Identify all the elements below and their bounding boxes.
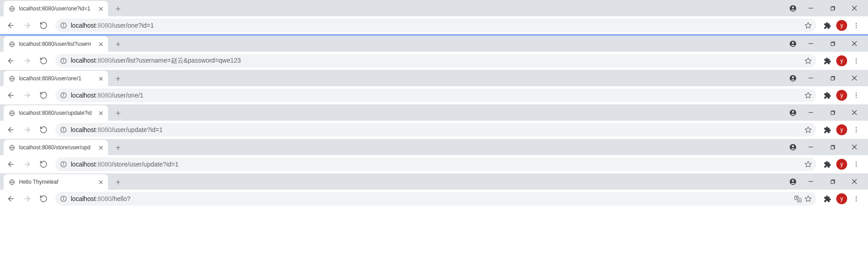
close-window-button[interactable] <box>844 140 864 154</box>
menu-button[interactable] <box>850 19 863 32</box>
maximize-button[interactable] <box>823 37 843 50</box>
forward-button[interactable] <box>20 123 34 137</box>
forward-button[interactable] <box>20 18 34 33</box>
menu-button[interactable] <box>850 123 863 136</box>
menu-button[interactable] <box>850 192 863 205</box>
close-tab-button[interactable] <box>97 178 104 186</box>
back-button[interactable] <box>4 123 18 137</box>
menu-button[interactable] <box>850 158 863 171</box>
browser-tab[interactable]: localhost:8080/user/list?usern <box>4 36 108 52</box>
new-tab-button[interactable] <box>112 107 124 119</box>
reload-button[interactable] <box>36 123 51 137</box>
reload-button[interactable] <box>36 54 51 68</box>
close-window-button[interactable] <box>844 71 864 85</box>
address-bar[interactable]: localhost:8080/user/one?id=1 <box>55 19 816 32</box>
browser-tab[interactable]: localhost:8080/store/user/upd <box>4 140 108 155</box>
close-window-button[interactable] <box>844 37 864 50</box>
profile-avatar[interactable]: y <box>836 124 847 135</box>
reload-button[interactable] <box>36 88 51 103</box>
new-tab-button[interactable] <box>112 72 124 85</box>
menu-button[interactable] <box>850 89 863 102</box>
reload-button[interactable] <box>36 191 51 206</box>
forward-button[interactable] <box>20 88 34 103</box>
bookmark-star-icon[interactable] <box>805 57 812 64</box>
extensions-icon[interactable] <box>821 123 834 136</box>
profile-avatar[interactable]: y <box>836 55 847 66</box>
extensions-icon[interactable] <box>821 158 834 171</box>
site-info-icon[interactable] <box>60 195 67 202</box>
bookmark-star-icon[interactable] <box>805 161 812 168</box>
address-bar[interactable]: localhost:8080/user/list?username=赵云&pas… <box>55 54 816 68</box>
bookmark-star-icon[interactable] <box>805 195 812 202</box>
close-tab-button[interactable] <box>97 75 104 82</box>
account-icon[interactable] <box>786 37 799 50</box>
back-button[interactable] <box>4 191 18 206</box>
bookmark-star-icon[interactable] <box>805 92 812 99</box>
account-icon[interactable] <box>786 1 799 15</box>
address-bar[interactable]: localhost:8080/store/user/update?id=1 <box>55 157 816 171</box>
bookmark-star-icon[interactable] <box>805 126 812 133</box>
site-info-icon[interactable] <box>60 126 67 133</box>
menu-button[interactable] <box>850 54 863 67</box>
window-controls <box>786 35 868 52</box>
browser-tab[interactable]: localhost:8080/user/update?id <box>4 105 108 121</box>
browser-tab[interactable]: localhost:8080/user/one/1 <box>4 71 108 86</box>
new-tab-button[interactable] <box>112 141 124 154</box>
extensions-icon[interactable] <box>821 54 834 67</box>
maximize-button[interactable] <box>823 71 843 85</box>
forward-button[interactable] <box>20 191 34 206</box>
extensions-icon[interactable] <box>821 19 834 32</box>
minimize-button[interactable] <box>801 106 821 119</box>
new-tab-button[interactable] <box>112 38 124 50</box>
new-tab-button[interactable] <box>112 2 124 15</box>
close-window-button[interactable] <box>844 106 864 119</box>
profile-avatar[interactable]: y <box>836 193 847 204</box>
minimize-button[interactable] <box>801 140 821 154</box>
globe-icon <box>8 75 15 82</box>
reload-button[interactable] <box>36 18 51 33</box>
minimize-button[interactable] <box>801 71 821 85</box>
account-icon[interactable] <box>786 106 799 119</box>
back-button[interactable] <box>4 157 18 172</box>
close-window-button[interactable] <box>844 175 864 188</box>
globe-icon <box>8 5 15 12</box>
close-tab-button[interactable] <box>97 5 104 12</box>
back-button[interactable] <box>4 18 18 33</box>
forward-button[interactable] <box>20 157 34 172</box>
new-tab-button[interactable] <box>112 176 124 188</box>
browser-tab[interactable]: Hello Thymeleaf <box>4 174 108 190</box>
account-icon[interactable] <box>786 175 799 188</box>
minimize-button[interactable] <box>801 37 821 50</box>
site-info-icon[interactable] <box>60 57 67 64</box>
account-icon[interactable] <box>786 71 799 85</box>
maximize-button[interactable] <box>823 106 843 119</box>
minimize-button[interactable] <box>801 175 821 188</box>
back-button[interactable] <box>4 54 18 68</box>
minimize-button[interactable] <box>801 1 821 15</box>
bookmark-star-icon[interactable] <box>805 22 812 29</box>
address-bar[interactable]: localhost:8080/user/update?id=1 <box>55 123 816 137</box>
site-info-icon[interactable] <box>60 92 67 99</box>
address-bar[interactable]: localhost:8080/hello? <box>55 192 816 206</box>
extensions-icon[interactable] <box>821 192 834 205</box>
browser-tab[interactable]: localhost:8080/user/one?id=1 <box>4 1 108 16</box>
profile-avatar[interactable]: y <box>836 159 847 170</box>
translate-icon[interactable] <box>794 195 802 203</box>
profile-avatar[interactable]: y <box>836 90 847 101</box>
close-tab-button[interactable] <box>97 40 104 48</box>
close-tab-button[interactable] <box>97 144 104 151</box>
site-info-icon[interactable] <box>60 22 67 29</box>
reload-button[interactable] <box>36 157 51 172</box>
back-button[interactable] <box>4 88 18 103</box>
address-bar[interactable]: localhost:8080/user/one/1 <box>55 88 816 102</box>
account-icon[interactable] <box>786 140 799 154</box>
close-window-button[interactable] <box>844 1 864 15</box>
maximize-button[interactable] <box>823 175 843 188</box>
forward-button[interactable] <box>20 54 34 68</box>
extensions-icon[interactable] <box>821 89 834 102</box>
profile-avatar[interactable]: y <box>836 20 847 31</box>
maximize-button[interactable] <box>823 140 843 154</box>
maximize-button[interactable] <box>823 1 843 15</box>
close-tab-button[interactable] <box>97 109 104 117</box>
site-info-icon[interactable] <box>60 161 67 168</box>
